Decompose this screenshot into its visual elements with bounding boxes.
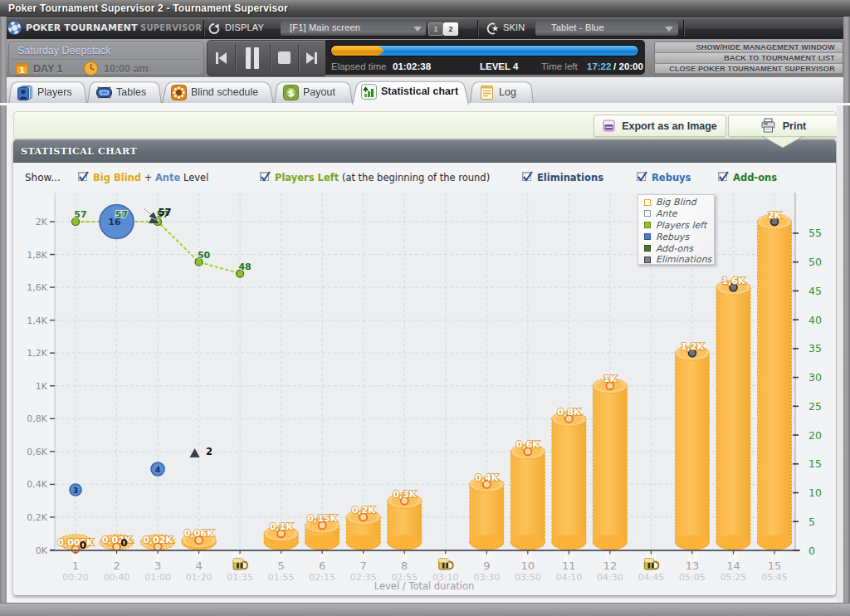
svg-text:13: 13 xyxy=(686,560,700,572)
bar-level-10[interactable] xyxy=(510,444,545,550)
back-to-tournament-list-button[interactable]: BACK TO TOURNAMENT LIST xyxy=(655,53,843,64)
legend-item: Players left xyxy=(644,221,714,231)
legend-label: Eliminations xyxy=(656,254,711,265)
tab-statistical-chart[interactable]: Statistical chart xyxy=(352,81,469,105)
statistical-chart-panel: STATISTICAL CHART Show... Big Blind + An… xyxy=(13,139,836,595)
rebuys-count-label: 4 xyxy=(155,465,161,474)
skin-dropdown[interactable]: Tablet - Blue xyxy=(535,21,678,36)
next-level-button[interactable] xyxy=(304,50,320,66)
svg-text:10: 10 xyxy=(521,560,535,572)
export-image-label: Export as an Image xyxy=(622,120,717,132)
close-supervisor-button[interactable]: CLOSE POKER TOURNAMENT SUPERVISOR xyxy=(655,64,843,73)
print-label: Print xyxy=(783,120,806,132)
svg-text:0K: 0K xyxy=(36,545,48,556)
window-frame-left xyxy=(0,17,7,616)
tab-label: Payout xyxy=(303,86,335,98)
bar-level-11[interactable] xyxy=(552,411,586,550)
svg-text:0: 0 xyxy=(808,545,815,557)
svg-text:$: $ xyxy=(287,87,294,99)
y-right-axis-labels: 0510152025303540455055 xyxy=(793,227,822,556)
svg-text:1: 1 xyxy=(72,560,79,572)
svg-text:5: 5 xyxy=(278,560,285,572)
monitor-1-button[interactable]: 1 xyxy=(428,22,443,36)
playback-separator xyxy=(235,44,236,72)
tab-payout[interactable]: $Payout xyxy=(274,81,353,104)
tab-tables[interactable]: Tables xyxy=(87,81,162,104)
tab-label: Log xyxy=(499,86,516,98)
checkbox[interactable] xyxy=(637,172,646,181)
tab-players[interactable]: Players xyxy=(8,81,87,104)
svg-text:1K: 1K xyxy=(36,381,48,392)
tab-log[interactable]: Log xyxy=(470,81,534,104)
svg-text:9: 9 xyxy=(483,560,490,572)
svg-text:02:15: 02:15 xyxy=(309,572,335,583)
tab-blind-schedule[interactable]: Blind schedule xyxy=(162,81,274,104)
svg-text:2: 2 xyxy=(113,560,120,572)
bar-value-label: 1,2K xyxy=(681,341,704,352)
svg-text:05:25: 05:25 xyxy=(721,572,747,583)
show-hide-management-button[interactable]: SHOW/HIDE MANAGEMENT WINDOW xyxy=(655,42,843,53)
menubar-separator xyxy=(203,20,204,37)
skin-dropdown-value: Tablet - Blue xyxy=(551,22,604,32)
stop-button[interactable] xyxy=(277,51,292,66)
legend-item: Rebuys xyxy=(644,232,714,242)
x-axis-labels: 0100:201200:402301:003401:20401:355501:5… xyxy=(62,551,788,583)
time-left-value: 17:22 xyxy=(587,61,611,71)
playback-separator xyxy=(298,44,299,72)
menubar-separator xyxy=(683,20,684,37)
legend-swatch xyxy=(644,222,651,228)
skin-label: SKIN xyxy=(503,22,525,32)
svg-text:04:10: 04:10 xyxy=(556,572,583,583)
svg-text:30: 30 xyxy=(808,371,822,384)
legend-swatch xyxy=(644,245,651,252)
checkbox[interactable] xyxy=(718,172,727,181)
break-icon xyxy=(233,559,247,570)
print-button[interactable]: Print xyxy=(728,115,838,137)
brand-name: POKER TOURNAMENT xyxy=(26,22,138,33)
svg-text:1,2K: 1,2K xyxy=(27,348,47,359)
bar-value-label: 1K xyxy=(603,374,618,384)
elapsed-time-label: Elapsed time xyxy=(331,61,386,71)
time-left-separator: / xyxy=(613,61,616,71)
day-label: DAY 1 xyxy=(33,63,62,75)
start-time: 10:00 am xyxy=(104,63,149,75)
content-right-gutter xyxy=(837,105,843,603)
pause-button[interactable] xyxy=(242,46,263,70)
ante-label: 0 xyxy=(120,537,127,549)
bar-level-12[interactable] xyxy=(593,379,627,550)
bar-value-label: 2K xyxy=(768,210,782,221)
bar-level-14[interactable] xyxy=(716,280,750,550)
progress-done xyxy=(331,46,384,56)
monitor-2-button[interactable]: 2 xyxy=(443,22,458,36)
svg-text:0,8K: 0,8K xyxy=(27,413,47,424)
svg-text:03:50: 03:50 xyxy=(515,572,541,583)
svg-text:01:55: 01:55 xyxy=(268,572,295,583)
image-file-icon xyxy=(603,120,615,132)
rebuys-count-label: 3 xyxy=(73,486,79,495)
show-option-group: Players Left (at the beginning of the ro… xyxy=(260,172,490,183)
display-label: DISPLAY xyxy=(225,22,264,32)
bar-value-label: 0,1K xyxy=(270,521,293,532)
display-dropdown[interactable]: [F1] Main screen xyxy=(281,21,426,36)
addons-count-label: 2 xyxy=(206,446,212,457)
players-icon xyxy=(17,85,33,100)
break-icon xyxy=(439,559,453,570)
legend-item: Ante xyxy=(644,209,714,219)
legend-item: Add-ons xyxy=(644,244,714,254)
svg-text:05:05: 05:05 xyxy=(679,572,706,583)
checkbox[interactable] xyxy=(260,172,269,181)
svg-text:45: 45 xyxy=(808,285,822,297)
legend-swatch xyxy=(644,233,651,240)
show-options-row: Show... Big Blind + Ante LevelPlayers Le… xyxy=(13,163,836,193)
bar-level-15[interactable] xyxy=(758,214,792,550)
svg-text:8: 8 xyxy=(401,560,408,572)
export-image-button[interactable]: Export as an Image xyxy=(594,115,726,137)
show-option-group: Add-ons xyxy=(718,172,777,183)
checkbox[interactable] xyxy=(522,172,531,181)
tab-label: Statistical chart xyxy=(381,86,458,97)
bar-level-13[interactable] xyxy=(675,345,709,550)
title-bar[interactable]: Poker Tournament Supervisor 2 - Tourname… xyxy=(0,0,850,17)
previous-level-button[interactable] xyxy=(213,50,230,66)
bar-value-label: 0,8K xyxy=(557,407,580,418)
checkbox[interactable] xyxy=(78,172,87,181)
